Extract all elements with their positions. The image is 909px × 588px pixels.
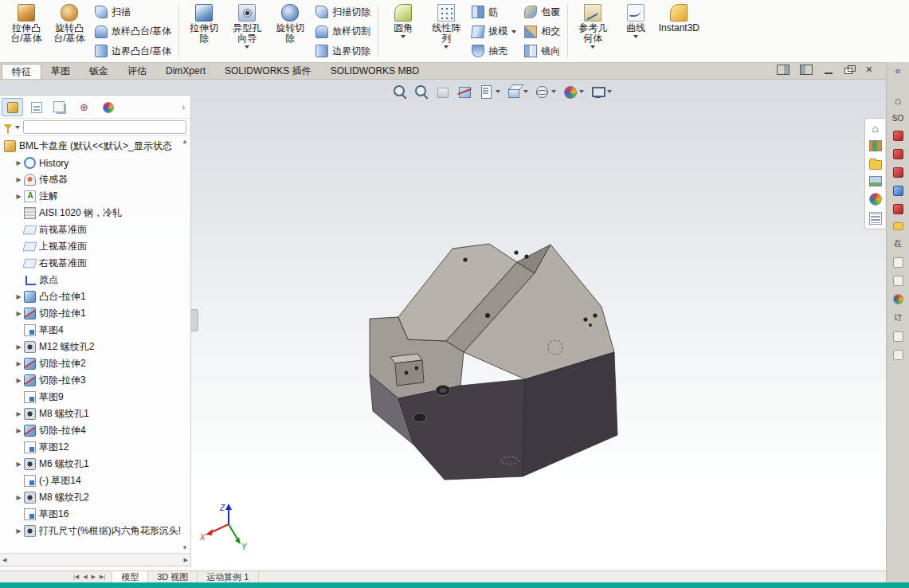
lofted-cut-button[interactable]: 放样切割: [312, 23, 374, 41]
tree-item-part-root[interactable]: BML卡盘座 (默认<<默认>_显示状态: [0, 138, 190, 155]
hole-wizard-button[interactable]: 异型孔 向导: [226, 2, 268, 61]
mirror-button[interactable]: 镜向: [521, 42, 563, 60]
tree-item-cut-extrude2[interactable]: ▶切除-拉伸2: [0, 355, 190, 372]
zoom-fit-button[interactable]: [392, 84, 408, 100]
tree-item-sensors[interactable]: ▶传感器: [0, 171, 190, 188]
tree-item-sketch12[interactable]: 草图12: [0, 439, 190, 456]
panel-gray-icon[interactable]: [893, 257, 903, 268]
pane-layout-icon[interactable]: [800, 65, 813, 75]
panel-blue-doc-icon[interactable]: [893, 186, 903, 196]
display-style-button[interactable]: [534, 84, 556, 100]
dropdown-arrow-icon[interactable]: [444, 45, 449, 49]
panel-gray-icon[interactable]: [893, 350, 903, 360]
extrude-boss-button[interactable]: 拉伸凸 台/基体: [6, 2, 47, 61]
last-tab-icon[interactable]: ▶|: [100, 574, 105, 580]
expand-arrow-icon[interactable]: ▶: [14, 360, 23, 367]
tab-3d-views[interactable]: 3D 视图: [148, 571, 198, 582]
tree-item-right-plane[interactable]: 右视基准面: [0, 255, 190, 272]
tree-item-annotations[interactable]: ▶注解: [0, 188, 190, 205]
tree-scroll-down-icon[interactable]: ▼: [182, 544, 188, 551]
previous-view-button[interactable]: [435, 84, 451, 100]
property-manager-tab[interactable]: [25, 98, 47, 116]
tab-solidworks-addins[interactable]: SOLIDWORKS 插件: [215, 63, 321, 79]
home-icon[interactable]: ⌂: [895, 95, 901, 106]
tab-features[interactable]: 特征: [2, 64, 41, 79]
custom-properties-icon[interactable]: [869, 212, 882, 225]
solidworks-resources-icon[interactable]: ⌂: [872, 123, 878, 134]
zoom-area-button[interactable]: [413, 84, 429, 100]
expand-arrow-icon[interactable]: ▶: [14, 427, 23, 434]
revolve-cut-button[interactable]: 旋转切 除: [269, 2, 311, 61]
dropdown-arrow-icon[interactable]: [401, 35, 406, 38]
panel-folder-icon[interactable]: [893, 222, 903, 230]
boundary-boss-button[interactable]: 边界凸台/基体: [92, 42, 174, 60]
panel-red-doc-icon[interactable]: [893, 204, 903, 214]
scroll-right-icon[interactable]: ▶: [184, 557, 188, 563]
close-button[interactable]: ×: [866, 65, 872, 74]
dimxpert-manager-tab[interactable]: ⊕: [73, 98, 95, 116]
sweep-button[interactable]: 扫描: [92, 3, 174, 21]
dropdown-arrow-icon[interactable]: [245, 45, 249, 49]
dropdown-arrow-icon[interactable]: [590, 45, 595, 49]
tab-sheet-metal[interactable]: 钣金: [80, 63, 118, 79]
draft-button[interactable]: 拔模: [468, 23, 519, 41]
appearances-scenes-icon[interactable]: [869, 193, 882, 206]
view-settings-button[interactable]: [590, 84, 612, 100]
linear-pattern-button[interactable]: 线性阵 列: [425, 2, 467, 61]
tree-item-cut-extrude4[interactable]: ▶切除-拉伸4: [0, 422, 190, 439]
display-manager-tab[interactable]: [97, 98, 119, 116]
boundary-cut-button[interactable]: 边界切除: [312, 42, 374, 60]
view-palette-icon[interactable]: [869, 176, 882, 186]
tree-item-boss-extrude1[interactable]: ▶凸台-拉伸1: [0, 288, 190, 305]
file-explorer-icon[interactable]: [869, 160, 882, 170]
expand-arrow-icon[interactable]: ▶: [14, 293, 23, 300]
expand-arrow-icon[interactable]: ▶: [14, 193, 23, 200]
tab-motion-study[interactable]: 运动算例 1: [198, 571, 258, 582]
feature-manager-tab[interactable]: [2, 98, 23, 116]
expand-arrow-icon[interactable]: ▶: [14, 176, 23, 183]
tree-item-cut-extrude1[interactable]: ▶切除-拉伸1: [0, 305, 190, 322]
tree-item-sketch9[interactable]: 草图9: [0, 389, 190, 406]
fillet-button[interactable]: 圆角: [382, 2, 424, 61]
tree-item-m8-thread-hole2[interactable]: ▶M8 螺纹孔2: [0, 489, 190, 506]
dropdown-arrow-icon[interactable]: [511, 30, 516, 33]
revolve-boss-button[interactable]: 旋转凸 台/基体: [49, 2, 90, 61]
reference-geometry-button[interactable]: 参考几 何体: [572, 2, 613, 61]
scroll-left-icon[interactable]: ◀: [2, 557, 6, 563]
tab-solidworks-mbd[interactable]: SOLIDWORKS MBD: [321, 63, 429, 79]
tree-item-cut-extrude3[interactable]: ▶切除-拉伸3: [0, 372, 190, 389]
expand-arrow-icon[interactable]: ▶: [14, 527, 23, 535]
section-view-button[interactable]: [456, 84, 472, 100]
view-orientation-button[interactable]: [506, 84, 528, 100]
tree-item-origin[interactable]: 原点: [0, 272, 190, 288]
filter-input[interactable]: [23, 120, 186, 134]
edit-appearance-button[interactable]: [562, 84, 584, 100]
expand-arrow-icon[interactable]: ▶: [14, 377, 23, 384]
tree-item-front-plane[interactable]: 前视基准面: [0, 221, 190, 238]
curves-button[interactable]: 曲线: [615, 2, 656, 61]
tree-item-history[interactable]: ▶History: [0, 155, 190, 171]
tree-item-m6-thread-hole1[interactable]: ▶M6 螺纹孔1: [0, 456, 190, 472]
shell-button[interactable]: 抽壳: [468, 42, 519, 60]
manager-overflow-chevron[interactable]: ›: [182, 103, 189, 112]
expand-arrow-icon[interactable]: ▶: [14, 159, 23, 167]
panel-red-doc-icon[interactable]: [893, 131, 903, 141]
panel-red-doc-icon[interactable]: [893, 167, 903, 178]
rib-button[interactable]: 筋: [468, 3, 519, 21]
tree-item-m8-thread-hole1[interactable]: ▶M8 螺纹孔1: [0, 406, 190, 422]
panel-red-doc-icon[interactable]: [893, 149, 903, 159]
loft-boss-button[interactable]: 放样凸台/基体: [92, 23, 174, 41]
tree-item-hole-dimension[interactable]: ▶打孔尺寸(%根据)内六角花形沉头!: [0, 523, 190, 539]
design-library-icon[interactable]: [869, 140, 882, 151]
prev-tab-icon[interactable]: ◀: [83, 574, 87, 580]
tree-item-material[interactable]: AISI 1020 钢，冷轧: [0, 205, 190, 221]
tab-dimxpert[interactable]: DimXpert: [156, 63, 215, 79]
split-pane-icon[interactable]: [777, 65, 789, 75]
instant3d-button[interactable]: Instant3D: [658, 2, 699, 61]
collapse-chevron-icon[interactable]: «: [895, 66, 900, 76]
filter-funnel-icon[interactable]: [4, 124, 12, 130]
swept-cut-button[interactable]: 扫描切除: [312, 3, 374, 21]
wrap-button[interactable]: 包覆: [521, 3, 563, 21]
filter-dropdown-icon[interactable]: [15, 126, 20, 129]
first-tab-icon[interactable]: |◀: [73, 574, 79, 580]
